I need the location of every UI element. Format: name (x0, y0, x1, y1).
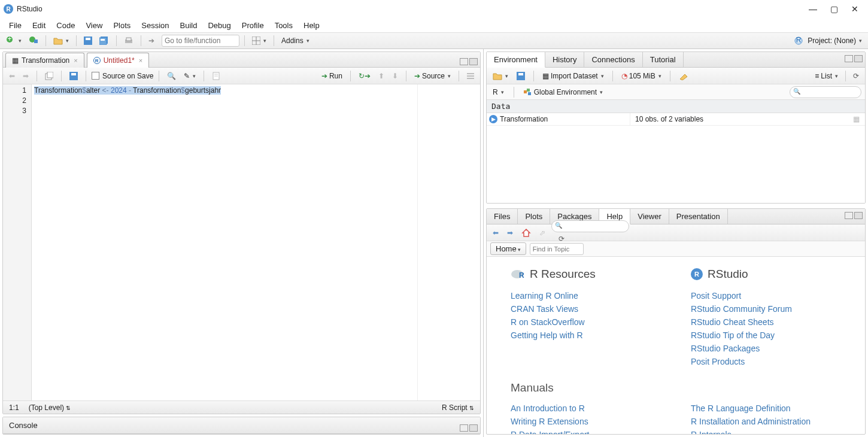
close-tab-icon[interactable]: × (139, 57, 142, 64)
environment-scope[interactable]: Global Environment (521, 86, 605, 99)
link-cheat-sheets[interactable]: RStudio Cheat Sheets (691, 315, 847, 329)
go-up-button[interactable]: ⬆ (376, 69, 387, 83)
save-all-button[interactable] (97, 34, 111, 47)
menu-profile[interactable]: Profile (236, 19, 269, 32)
tab-transformation[interactable]: ▦ Transformation × (5, 53, 84, 68)
pane-minimize-button[interactable] (845, 212, 853, 219)
go-down-button[interactable]: ⬇ (390, 69, 400, 83)
help-home-button[interactable] (519, 226, 533, 239)
help-forward-button[interactable]: ➡ (505, 226, 515, 239)
link-writing-ext[interactable]: Writing R Extensions (511, 415, 667, 428)
tab-tutorial[interactable]: Tutorial (643, 52, 684, 67)
link-rstudio-packages[interactable]: RStudio Packages (691, 342, 847, 355)
pane-maximize-button[interactable] (854, 55, 863, 62)
goto-file-input[interactable] (162, 35, 239, 47)
close-tab-icon[interactable]: × (74, 57, 77, 64)
menu-file[interactable]: File (4, 19, 27, 32)
workspace-panes-button[interactable] (250, 34, 269, 47)
menu-code[interactable]: Code (51, 19, 80, 32)
link-cran-task-views[interactable]: CRAN Task Views (511, 302, 667, 315)
help-popout-button[interactable]: ⬀ (537, 226, 548, 239)
menu-tools[interactable]: Tools (269, 19, 298, 32)
maximize-button[interactable]: ▢ (830, 4, 838, 14)
clear-workspace-button[interactable] (676, 69, 691, 83)
project-menu[interactable]: Project: (None) (805, 34, 864, 47)
pane-minimize-button[interactable] (460, 58, 468, 65)
import-dataset-button[interactable]: ▦ Import Dataset (540, 69, 606, 83)
view-mode-button[interactable]: ≡ List (812, 69, 840, 83)
tab-environment[interactable]: Environment (487, 52, 545, 68)
editor[interactable]: 1 2 3 Transformation$alter <- 2024 - Tra… (3, 84, 480, 400)
source-on-save-checkbox[interactable] (92, 72, 99, 80)
help-search-input[interactable] (551, 220, 629, 232)
menu-debug[interactable]: Debug (202, 19, 236, 32)
addins-button[interactable]: Addins (279, 34, 312, 47)
refresh-button[interactable]: ⟳ (851, 69, 861, 83)
link-learning-r[interactable]: Learning R Online (511, 289, 667, 302)
link-posit-products[interactable]: Posit Products (691, 355, 847, 368)
new-project-button[interactable] (26, 34, 41, 47)
help-back-button[interactable]: ⬅ (490, 226, 501, 239)
tab-presentation[interactable]: Presentation (669, 209, 728, 224)
pane-minimize-button[interactable] (845, 55, 853, 62)
compile-report-button[interactable] (210, 69, 223, 83)
help-content[interactable]: RR Resources Learning R Online CRAN Task… (487, 257, 865, 434)
show-in-new-window-button[interactable] (43, 69, 56, 83)
tab-viewer[interactable]: Viewer (630, 209, 669, 224)
menu-plots[interactable]: Plots (108, 19, 136, 32)
view-table-icon[interactable]: ▦ (847, 115, 865, 123)
pane-maximize-button[interactable] (469, 424, 478, 432)
link-getting-help[interactable]: Getting Help with R (511, 329, 667, 342)
link-tip-of-day[interactable]: RStudio Tip of the Day (691, 329, 847, 342)
tab-console[interactable]: Console (3, 417, 44, 433)
link-lang-def[interactable]: The R Language Definition (691, 402, 847, 415)
wand-button[interactable]: ✎ (181, 69, 198, 83)
memory-usage[interactable]: ◔ 105 MiB (619, 69, 664, 83)
menu-view[interactable]: View (80, 19, 108, 32)
outline-button[interactable] (465, 69, 477, 83)
expand-icon[interactable]: ▶ (489, 115, 497, 123)
language-scope[interactable]: R (490, 86, 506, 99)
nav-back-button[interactable]: ⬅ (7, 69, 17, 83)
open-workspace-button[interactable] (490, 69, 511, 83)
tab-plots[interactable]: Plots (518, 209, 550, 224)
print-button[interactable] (122, 34, 136, 47)
env-row-transformation[interactable]: ▶Transformation 10 obs. of 2 variables ▦ (487, 113, 865, 126)
scope-selector[interactable]: (Top Level) ⇅ (29, 403, 71, 412)
source-button[interactable]: ➔ Source (412, 69, 453, 83)
tab-connections[interactable]: Connections (584, 52, 642, 67)
menu-help[interactable]: Help (298, 19, 325, 32)
menu-edit[interactable]: Edit (27, 19, 51, 32)
open-file-button[interactable] (51, 34, 71, 47)
rerun-button[interactable]: ↻➔ (356, 69, 373, 83)
help-home-dropdown[interactable]: Home (490, 242, 526, 255)
save-workspace-button[interactable] (514, 69, 527, 83)
link-install-admin[interactable]: R Installation and Administration (691, 415, 847, 428)
pane-maximize-button[interactable] (469, 58, 478, 65)
save-button[interactable] (81, 34, 95, 47)
run-button[interactable]: ➔ Run (319, 69, 345, 83)
close-button[interactable]: ✕ (851, 4, 858, 14)
tab-untitled1[interactable]: R Untitled1* × (87, 53, 149, 68)
code-area[interactable]: Transformation$alter <- 2024 - Transform… (32, 84, 418, 400)
link-intro-r[interactable]: An Introduction to R (511, 402, 667, 415)
tab-history[interactable]: History (545, 52, 584, 67)
find-button[interactable]: 🔍 (165, 69, 178, 83)
env-search-input[interactable] (790, 86, 861, 98)
find-in-topic-input[interactable] (530, 243, 584, 255)
new-file-button[interactable]: + (4, 34, 24, 47)
pane-maximize-button[interactable] (854, 212, 863, 219)
nav-forward-button[interactable]: ➡ (20, 69, 31, 83)
link-r-stackoverflow[interactable]: R on StackOverflow (511, 315, 667, 329)
pane-minimize-button[interactable] (460, 424, 468, 432)
link-data-import[interactable]: R Data Import/Export (511, 428, 667, 434)
link-posit-support[interactable]: Posit Support (691, 289, 847, 302)
link-community-forum[interactable]: RStudio Community Forum (691, 302, 847, 315)
menu-build[interactable]: Build (175, 19, 203, 32)
minimize-button[interactable]: — (809, 4, 817, 14)
tab-files[interactable]: Files (487, 209, 518, 224)
menu-session[interactable]: Session (136, 19, 174, 32)
link-r-internals[interactable]: R Internals (691, 428, 847, 434)
language-selector[interactable]: R Script ⇅ (442, 403, 474, 412)
save-button[interactable] (67, 69, 80, 83)
